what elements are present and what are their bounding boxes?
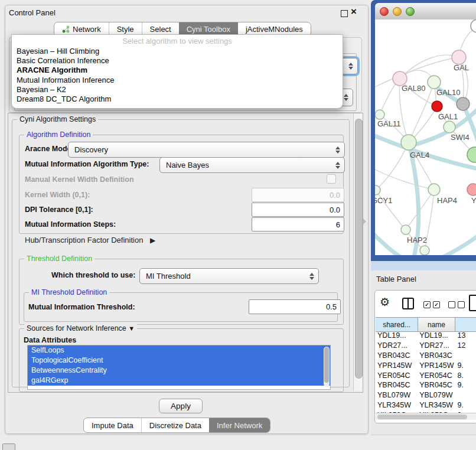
combo-arrows-icon: [344, 94, 353, 101]
network-edge[interactable]: [376, 142, 409, 190]
table-cell: YBR043C: [376, 351, 418, 360]
cyni-bottom-tabbar: Impute Data Discretize Data Infer Networ…: [83, 418, 270, 433]
tab-discretize-data[interactable]: Discretize Data: [141, 418, 209, 432]
network-node[interactable]: [420, 246, 429, 255]
table-panel-title: Table Panel: [376, 275, 416, 283]
tab-cyni-toolbox-label: Cyni Toolbox: [187, 25, 230, 34]
network-window-titlebar[interactable]: [375, 3, 476, 20]
tab-infer-network[interactable]: Infer Network: [209, 418, 270, 432]
select-all-checks-icon[interactable]: ✓ ✓: [423, 301, 440, 308]
dpi-tolerance-field[interactable]: 0.0: [252, 203, 344, 217]
table-scrollbar-thumb[interactable]: [377, 415, 467, 419]
table-row[interactable]: YER054CYER054C8.: [376, 370, 476, 380]
column-header-name[interactable]: name: [418, 318, 455, 331]
network-view-window[interactable]: GALGAL80GAL10GAL1GAL11SWI4GAL4GCY1HAP4YH…: [371, 0, 476, 261]
gear-icon[interactable]: ⚙: [380, 295, 390, 308]
kernel-width-field[interactable]: 0.0: [252, 188, 344, 202]
network-edge[interactable]: [441, 233, 476, 255]
expand-arrow-icon: ▼: [128, 325, 135, 332]
zoom-traffic-light-icon[interactable]: [406, 7, 415, 16]
combo-arrows-icon: [335, 146, 344, 154]
table-horizontal-scrollbar[interactable]: [376, 413, 476, 420]
minimized-panel-button[interactable]: [2, 444, 15, 450]
panel-divider-grip-icon[interactable]: [363, 219, 366, 224]
tab-impute-data[interactable]: Impute Data: [84, 418, 141, 432]
close-icon[interactable]: ×: [351, 6, 357, 18]
network-node[interactable]: [457, 97, 470, 110]
desktop-background-strip: [371, 261, 476, 270]
minimize-traffic-light-icon[interactable]: [393, 7, 402, 16]
table-cell: YER054C: [376, 371, 418, 380]
table-row[interactable]: YLR345WYLR345W9.: [376, 400, 476, 410]
apply-button[interactable]: Apply: [159, 399, 203, 413]
list-scrollbar[interactable]: [324, 347, 330, 387]
table-row[interactable]: YBL079WYBL079W: [376, 390, 476, 400]
node-label: Y: [471, 196, 476, 205]
column-header-shared-name[interactable]: shared...: [376, 318, 418, 331]
network-node[interactable]: [428, 184, 440, 195]
column-header-partial[interactable]: [455, 318, 476, 331]
network-node[interactable]: [428, 76, 441, 89]
mi-threshold-field[interactable]: 0.5: [249, 299, 341, 314]
aracne-mode-select[interactable]: Discovery: [68, 142, 345, 158]
manual-kernel-checkbox[interactable]: [327, 174, 336, 184]
hub-definition-toggle[interactable]: Hub/Transcription Factor Definition ▶: [25, 236, 155, 244]
network-node[interactable]: [375, 185, 380, 195]
network-edge[interactable]: [375, 167, 434, 190]
table-row[interactable]: YBR045CYBR045C9.: [376, 380, 476, 390]
list-item[interactable]: gal4RGexp: [28, 376, 330, 386]
table-cell: YDL19...: [418, 331, 454, 340]
algorithm-option[interactable]: Mutual Information Inference: [12, 76, 343, 85]
dpi-tolerance-value: 0.0: [330, 206, 340, 214]
dropdown-prompt: Select algorithm to view settings: [12, 35, 343, 47]
mi-steps-field[interactable]: 6: [252, 217, 344, 231]
network-node[interactable]: [444, 121, 455, 133]
mi-threshold-label: Mutual Information Threshold:: [28, 303, 135, 311]
table-cell: YBR045C: [376, 381, 418, 389]
combo-arrows-icon: [348, 63, 357, 70]
settings-scrollbar[interactable]: [353, 113, 363, 391]
algorithm-option-highlighted[interactable]: ARACNE Algorithm: [12, 66, 343, 75]
mi-type-label: Mutual Information Algorithm Type:: [25, 160, 149, 168]
list-item[interactable]: BetweennessCentrality: [28, 366, 330, 376]
close-traffic-light-icon[interactable]: [380, 7, 389, 16]
algorithm-option[interactable]: Dream8 DC_TDC Algorithm: [12, 94, 343, 104]
float-window-icon[interactable]: [341, 10, 348, 17]
mi-steps-label: Mutual Information Steps:: [25, 220, 116, 229]
list-item[interactable]: SelfLoops: [28, 345, 330, 356]
algorithm-option[interactable]: Bayesian – K2: [12, 85, 343, 94]
table-row[interactable]: YPR145WYPR145W9.: [376, 360, 476, 370]
settings-scrollbar-thumb[interactable]: [355, 119, 363, 379]
algorithm-definition-title: Algorithm Definition: [24, 131, 93, 139]
network-node[interactable]: [432, 101, 442, 112]
kernel-width-label: Kernel Width (0,1):: [25, 191, 90, 199]
network-canvas[interactable]: GALGAL80GAL10GAL1GAL11SWI4GAL4GCY1HAP4YH…: [375, 19, 476, 255]
table-cell: YBL079W: [418, 391, 454, 399]
document-icon[interactable]: [469, 295, 476, 311]
aracne-mode-label: Aracne Mode:: [25, 145, 74, 153]
table-row[interactable]: YDR27...YDR27...12: [376, 341, 476, 351]
deselect-all-checks-icon[interactable]: [448, 301, 465, 308]
table-cell: YBR045C: [418, 381, 454, 389]
network-node[interactable]: [401, 135, 416, 150]
table-row[interactable]: YBR043CYBR043C: [376, 351, 476, 361]
mi-type-select[interactable]: Naive Bayes: [159, 157, 345, 173]
split-view-icon[interactable]: [402, 298, 414, 309]
algorithm-option[interactable]: Basic Correlation Inference: [12, 56, 343, 66]
table-row[interactable]: YDL19...YDL19...13: [376, 331, 476, 341]
network-node[interactable]: [375, 110, 384, 119]
network-node[interactable]: [467, 184, 476, 195]
which-threshold-label: Which threshold to use:: [51, 271, 135, 279]
algorithm-option[interactable]: Bayesian – Hill Climbing: [12, 47, 343, 56]
network-node[interactable]: [467, 147, 476, 162]
sources-group-title[interactable]: Sources for Network Inference ▼: [24, 324, 137, 332]
tab-discretize-data-label: Discretize Data: [149, 421, 201, 430]
network-edge[interactable]: [375, 231, 405, 255]
tab-jactivemnodules-label: jActiveMNodules: [246, 25, 303, 34]
network-node[interactable]: [452, 50, 466, 64]
which-threshold-select[interactable]: MI Threshold: [139, 268, 319, 284]
network-node[interactable]: [401, 225, 410, 234]
list-item[interactable]: TopologicalCoefficient: [28, 356, 330, 366]
node-label: HAP2: [407, 236, 427, 244]
table-cell: YPR145W: [376, 361, 418, 370]
